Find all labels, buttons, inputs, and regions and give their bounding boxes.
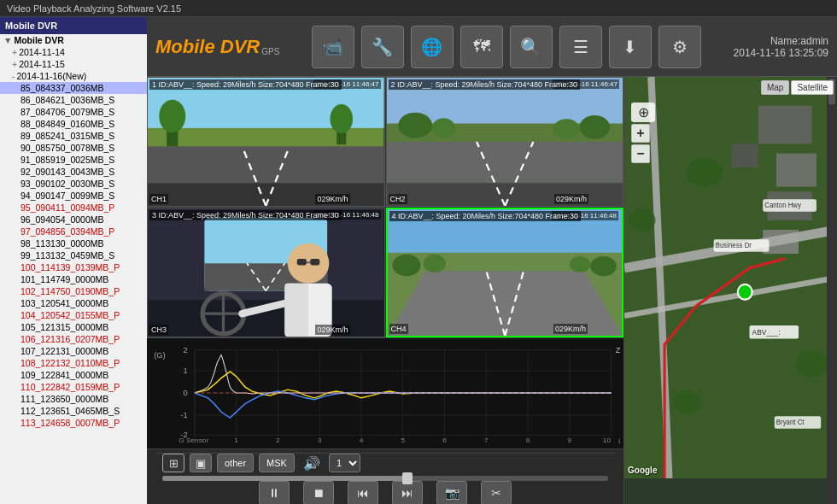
toolbar-search-btn[interactable]: 🔍 [510,26,553,68]
sidebar-item-f5[interactable]: 89_085241_0315MB_S [0,130,147,142]
progress-thumb[interactable] [402,472,413,484]
cam3-label: 3 ID:ABV__: Speed: 29Miles/h Size:704*48… [149,210,342,220]
sidebar-item-f18[interactable]: 102_114750_0190MB_P [0,285,147,297]
sidebar-item-f29[interactable]: 113_124658_0007MB_P [0,417,147,429]
sidebar-item-f20[interactable]: 104_120542_0155MB_P [0,309,147,321]
backward-btn[interactable]: ⏮ [348,481,378,504]
stop-btn[interactable]: ⏹ [303,481,334,504]
datetime: 2014-11-16 13:25:09 [734,47,828,59]
sidebar-item-2014-11-15[interactable]: +2014-11-15 [0,58,147,70]
sidebar-item-f1[interactable]: 85_084337_0036MB [0,82,147,94]
cam2-label: 2 ID:ABV__: Speed: 29Miles/h Size:704*48… [389,79,581,90]
snapshot-btn[interactable]: 📷 [436,481,467,504]
cut-btn[interactable]: ✂ [481,481,512,504]
cam2-speed: 029Km/h [554,194,588,204]
sidebar-item-f3[interactable]: 87_084706_0079MB_S [0,106,147,118]
video-cell-4[interactable]: 4 ID:ABV__: Speed: 20Miles/h Size:704*48… [386,208,624,337]
cam2-id: CH2 [389,194,407,204]
sidebar-item-f17[interactable]: 101_114749_0000MB [0,273,147,285]
playback-buttons: ⏸ ⏹ ⏮ ⏭ 📷 ✂ [259,481,512,504]
channel-select[interactable]: 1 2 3 4 [329,454,360,472]
video-cell-1[interactable]: 1 ID:ABV__: Speed: 29Miles/h Size:704*48… [147,77,385,207]
progress-bar[interactable] [162,476,608,481]
sidebar-item-2014-11-16[interactable]: -2014-11-16(New) [0,70,147,82]
speaker-btn[interactable]: 🔊 [300,455,324,472]
toolbar-settings-btn[interactable]: 🔧 [361,26,404,68]
cam2-scene [387,78,623,206]
satellite-view-btn[interactable]: Satellite [791,80,834,95]
sidebar-item-f8[interactable]: 92_090143_0043MB_S [0,166,147,178]
sidebar-item-f16[interactable]: 100_114139_0139MB_P [0,261,147,273]
svg-point-29 [288,243,330,284]
sidebar-item-root[interactable]: ▼Mobile DVR [0,34,147,46]
map-zoom-in-btn[interactable]: + [631,124,650,143]
toolbar-globe-btn[interactable]: 🌐 [411,26,454,68]
svg-text:Z: Z [616,346,620,355]
sidebar-item-f23[interactable]: 107_122131_0000MB [0,345,147,357]
sidebar-item-f14[interactable]: 98_113130_0000MB [0,237,147,249]
sidebar-item-f11[interactable]: 95_090411_0094MB_P [0,202,147,214]
map-area: Map Satellite [623,77,837,504]
sidebar-item-f22[interactable]: 106_121316_0207MB_P [0,333,147,345]
cam3-scene [148,208,384,337]
svg-text:9: 9 [568,437,572,444]
svg-text:1: 1 [234,437,238,444]
svg-point-17 [579,115,609,139]
svg-text:-1: -1 [180,411,187,419]
video-cell-2[interactable]: 2 ID:ABV__: Speed: 29Miles/h Size:704*48… [386,77,624,207]
svg-text:Business Dr: Business Dr [716,242,752,249]
grid-1-btn[interactable]: ▣ [190,454,212,472]
other-btn[interactable]: other [217,454,254,472]
sidebar-item-f24[interactable]: 108_122132_0110MB_P [0,357,147,369]
sidebar-item-f25[interactable]: 109_122841_0000MB [0,369,147,381]
pause-btn[interactable]: ⏸ [259,481,290,504]
sidebar-item-f10[interactable]: 94_090147_0099MB_S [0,190,147,202]
toolbar-download-btn[interactable]: ⬇ [609,26,652,68]
sidebar-item-f19[interactable]: 103_120541_0000MB [0,297,147,309]
sidebar-item-f28[interactable]: 112_123651_0465MB_S [0,405,147,417]
grid-4-btn[interactable]: ⊞ [162,454,184,472]
cam4-scene [388,209,623,336]
svg-text:4: 4 [360,437,364,444]
sidebar-header: Mobile DVR [0,17,147,34]
svg-rect-34 [284,284,308,337]
toolbar-camera-btn[interactable]: 📹 [312,26,354,68]
map-view-btn[interactable]: Map [761,80,789,95]
toolbar-config-btn[interactable]: ⚙ [658,26,701,68]
sidebar: Mobile DVR ▼Mobile DVR+2014-11-14+2014-1… [0,17,147,504]
sidebar-item-f2[interactable]: 86_084621_0036MB_S [0,94,147,106]
main-layout: Mobile DVR ▼Mobile DVR+2014-11-14+2014-1… [0,17,837,504]
toolbar-map-btn[interactable]: 🗺 [460,26,503,68]
user-info: Name:admin 2014-11-16 13:25:09 [734,35,828,59]
sidebar-item-f9[interactable]: 93_090102_0030MB_S [0,178,147,190]
sidebar-item-f27[interactable]: 111_123650_0000MB [0,393,147,405]
sidebar-item-f4[interactable]: 88_084849_0160MB_S [0,118,147,130]
sidebar-item-f6[interactable]: 90_085750_0078MB_S [0,142,147,154]
toolbar-list-btn[interactable]: ☰ [559,26,602,68]
svg-rect-84 [776,154,817,187]
sidebar-item-f26[interactable]: 110_122842_0159MB_P [0,381,147,393]
cam4-label: 4 ID:ABV__: Speed: 20Miles/h Size:704*48… [389,211,582,221]
sidebar-item-f7[interactable]: 91_085919_0025MB_S [0,154,147,166]
forward-btn[interactable]: ⏭ [392,481,423,504]
sidebar-item-f15[interactable]: 99_113132_0459MB_S [0,249,147,261]
sidebar-item-f12[interactable]: 96_094054_0000MB [0,214,147,226]
video-area: 1 ID:ABV__: Speed: 29Miles/h Size:704*48… [147,77,623,504]
svg-point-18 [432,118,455,138]
msk-btn[interactable]: MSK [259,454,295,472]
video-cell-3[interactable]: 3 ID:ABV__: Speed: 29Miles/h Size:704*48… [147,208,385,337]
title-bar: Video Playback Analyzing Software V2.15 [0,0,837,17]
sidebar-tree: ▼Mobile DVR+2014-11-14+2014-11-15-2014-1… [0,34,147,429]
svg-text:ABV___:: ABV___: [752,328,781,337]
sidebar-item-f13[interactable]: 97_094856_0394MB_P [0,226,147,237]
map-zoom-out-btn[interactable]: − [631,144,650,163]
logo-sub: GPS [261,47,279,56]
sidebar-item-f21[interactable]: 105_121315_0000MB [0,321,147,333]
gsensor-svg: 2 1 0 -1 -2 Z G Sensor 1 2 3 4 5 [150,342,620,445]
svg-text:(M): (M) [618,437,620,444]
map-nav-control[interactable]: ⊕ [631,103,655,122]
svg-text:10: 10 [603,437,612,444]
svg-point-19 [553,119,579,139]
sidebar-item-2014-11-14[interactable]: +2014-11-14 [0,46,147,58]
map-scrollbar[interactable] [827,77,837,504]
